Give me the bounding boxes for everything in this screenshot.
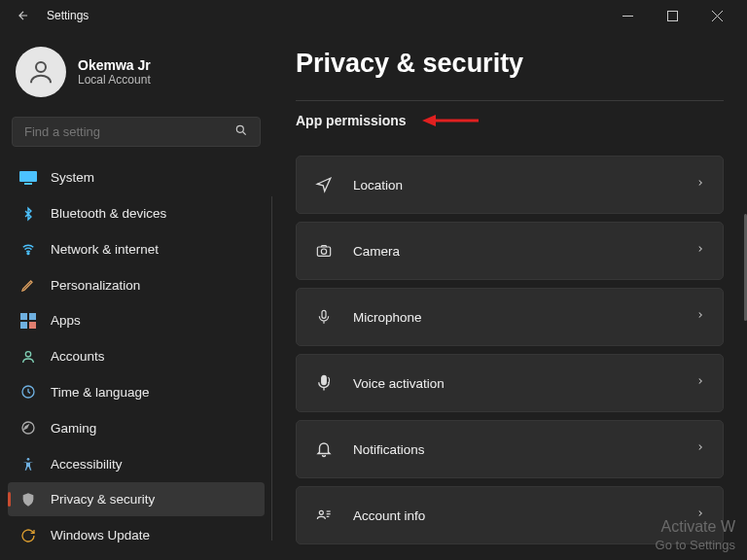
- system-icon: [19, 169, 37, 187]
- permission-label: Notifications: [353, 442, 425, 457]
- account-info-icon: [314, 508, 334, 523]
- search-box[interactable]: [12, 117, 261, 147]
- back-button[interactable]: [8, 9, 39, 22]
- search-input[interactable]: [24, 124, 234, 139]
- svg-rect-1: [667, 11, 677, 20]
- sidebar: Okemwa Jr Local Account System Bluetooth…: [0, 31, 272, 560]
- nav-list: System Bluetooth & devices Network & int…: [8, 160, 265, 552]
- time-icon: [19, 383, 37, 401]
- annotation-arrow-icon: [422, 111, 480, 130]
- gaming-icon: [19, 419, 37, 437]
- chevron-right-icon: [695, 176, 705, 193]
- accounts-icon: [19, 348, 37, 366]
- svg-point-5: [236, 125, 243, 132]
- sidebar-item-label: Bluetooth & devices: [51, 206, 166, 221]
- permission-label: Account info: [353, 508, 425, 523]
- sidebar-item-apps[interactable]: Apps: [8, 304, 265, 338]
- svg-point-24: [319, 510, 323, 514]
- sidebar-item-label: Accessibility: [51, 457, 123, 472]
- chevron-right-icon: [695, 374, 705, 392]
- permission-label: Microphone: [353, 310, 422, 325]
- sidebar-item-network[interactable]: Network & internet: [8, 232, 265, 266]
- sidebar-item-accessibility[interactable]: Accessibility: [8, 447, 265, 481]
- sidebar-item-label: Windows Update: [51, 528, 150, 542]
- permission-label: Camera: [353, 244, 400, 259]
- svg-rect-13: [29, 322, 36, 329]
- svg-point-17: [27, 458, 30, 461]
- permission-notifications[interactable]: Notifications: [296, 420, 724, 478]
- sidebar-item-label: System: [51, 170, 94, 185]
- voice-activation-icon: [314, 373, 334, 393]
- page-title: Privacy & security: [296, 49, 724, 79]
- maximize-button[interactable]: [650, 0, 694, 31]
- svg-rect-7: [19, 171, 37, 182]
- close-button[interactable]: [694, 0, 739, 31]
- sidebar-item-label: Network & internet: [51, 242, 159, 257]
- search-icon: [234, 123, 248, 141]
- sidebar-item-gaming[interactable]: Gaming: [8, 411, 265, 445]
- sidebar-item-privacy[interactable]: Privacy & security: [8, 482, 265, 516]
- personalization-icon: [19, 276, 37, 294]
- sidebar-item-personalization[interactable]: Personalization: [8, 268, 265, 302]
- permission-microphone[interactable]: Microphone: [296, 288, 724, 346]
- sidebar-item-label: Accounts: [51, 349, 105, 364]
- permission-camera[interactable]: Camera: [296, 222, 724, 280]
- svg-point-21: [321, 249, 326, 254]
- svg-rect-10: [20, 313, 27, 320]
- svg-marker-19: [422, 115, 436, 126]
- svg-rect-11: [29, 313, 36, 320]
- sidebar-item-label: Personalization: [51, 278, 140, 293]
- content-pane: Privacy & security App permissions Locat…: [272, 31, 747, 560]
- apps-icon: [19, 312, 37, 330]
- svg-point-4: [36, 62, 46, 72]
- chevron-right-icon: [695, 440, 705, 458]
- permission-label: Location: [353, 178, 403, 192]
- svg-point-9: [27, 253, 29, 255]
- window-title: Settings: [47, 9, 89, 22]
- svg-rect-22: [322, 310, 326, 318]
- wifi-icon: [19, 240, 37, 258]
- svg-rect-23: [322, 376, 327, 385]
- sidebar-item-bluetooth[interactable]: Bluetooth & devices: [8, 196, 265, 230]
- svg-line-6: [243, 131, 246, 134]
- sidebar-item-update[interactable]: Windows Update: [8, 518, 265, 552]
- camera-icon: [314, 243, 334, 259]
- sidebar-item-label: Time & language: [51, 385, 150, 400]
- svg-point-16: [22, 422, 34, 434]
- watermark: Activate W Go to Settings: [656, 517, 735, 554]
- microphone-icon: [314, 307, 334, 327]
- bluetooth-icon: [19, 205, 37, 223]
- permission-location[interactable]: Location: [296, 156, 724, 214]
- svg-rect-8: [24, 183, 32, 185]
- svg-rect-20: [317, 247, 330, 256]
- titlebar: Settings: [0, 0, 747, 31]
- sidebar-item-label: Privacy & security: [51, 492, 155, 507]
- svg-rect-12: [20, 322, 27, 329]
- permission-list: Location Camera Microphone Voice activat…: [296, 156, 724, 544]
- permission-label: Voice activation: [353, 376, 445, 391]
- sidebar-item-label: Apps: [51, 313, 81, 328]
- shield-icon: [19, 491, 37, 508]
- location-icon: [314, 176, 334, 193]
- avatar: [16, 47, 66, 97]
- window-controls: [605, 0, 739, 31]
- section-header: App permissions: [296, 100, 724, 136]
- permission-voice-activation[interactable]: Voice activation: [296, 354, 724, 412]
- account-type: Local Account: [78, 73, 151, 87]
- account-name: Okemwa Jr: [78, 57, 151, 73]
- sidebar-item-system[interactable]: System: [8, 160, 265, 194]
- sidebar-item-time[interactable]: Time & language: [8, 375, 265, 409]
- chevron-right-icon: [695, 308, 705, 326]
- update-icon: [19, 527, 37, 544]
- chevron-right-icon: [695, 242, 705, 260]
- sidebar-item-label: Gaming: [51, 421, 96, 436]
- accessibility-icon: [19, 455, 37, 472]
- bell-icon: [314, 439, 334, 459]
- svg-point-14: [25, 351, 30, 356]
- sidebar-item-accounts[interactable]: Accounts: [8, 339, 265, 373]
- minimize-button[interactable]: [605, 0, 650, 31]
- account-block[interactable]: Okemwa Jr Local Account: [8, 39, 265, 105]
